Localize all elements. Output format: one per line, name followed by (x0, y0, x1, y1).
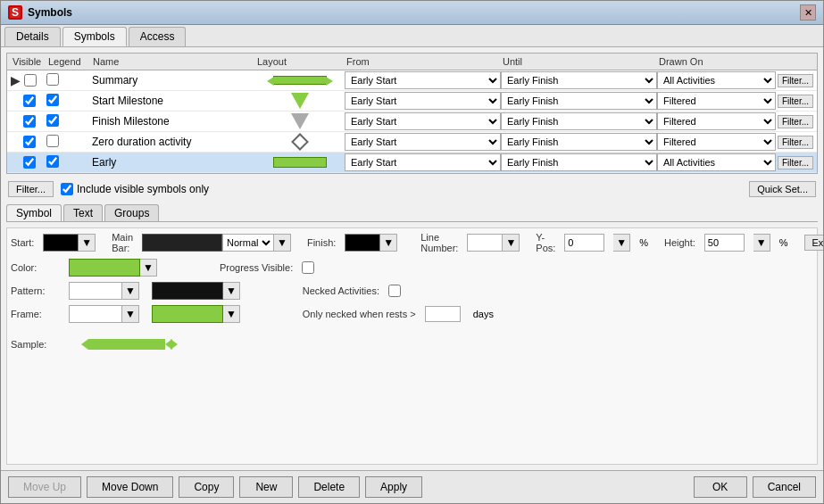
until-select-summary[interactable]: Early Finish (501, 71, 657, 89)
legend-checkbox-summary[interactable] (46, 73, 59, 86)
filter-button[interactable]: Filter... (8, 181, 54, 197)
drawn-on-select-early[interactable]: All Activities (657, 153, 776, 171)
pattern-arrow1[interactable]: ▼ (122, 282, 139, 300)
legend-checkbox-zerodur[interactable] (46, 135, 59, 147)
filter-btn-finishmile[interactable]: Filter... (778, 115, 813, 128)
days-input[interactable] (425, 306, 461, 322)
legend-checkbox-early[interactable] (46, 155, 59, 168)
drawn-on-select-zerodur[interactable]: Filtered (657, 133, 776, 151)
include-visible-checkbox[interactable] (61, 183, 73, 195)
sub-tab-symbol[interactable]: Symbol (6, 204, 62, 221)
pattern-box1 (69, 282, 122, 300)
sub-tab-groups[interactable]: Groups (104, 204, 159, 221)
from-select-summary[interactable]: Early Start (345, 71, 501, 89)
delete-button[interactable]: Delete (298, 476, 360, 498)
main-content: Visible Legend Name Layout From Until Dr… (1, 47, 823, 470)
until-select-early[interactable]: Early Finish (501, 153, 657, 171)
legend-checkbox-startmile[interactable] (46, 94, 59, 106)
drawn-on-select-finishmile[interactable]: Filtered (657, 112, 776, 130)
header-layout: Layout (255, 55, 345, 68)
until-select-finishmile[interactable]: Early Finish (501, 112, 657, 130)
days-label: days (473, 309, 494, 319)
start-label: Start: (11, 237, 34, 248)
until-select-zerodur[interactable]: Early Finish (501, 133, 657, 151)
pattern-arrow2[interactable]: ▼ (223, 282, 240, 300)
table-row[interactable]: Early Start Early Finish All Activities … (7, 153, 817, 173)
apply-button[interactable]: Apply (365, 476, 422, 498)
table-row[interactable]: Early Start Early Finish Filtered Filter… (7, 132, 817, 153)
copy-button[interactable]: Copy (179, 476, 234, 498)
main-bar-style-select[interactable]: Normal (222, 234, 274, 252)
line-number-input[interactable] (467, 234, 503, 252)
name-input-zerodur[interactable] (91, 135, 255, 149)
bottom-right-buttons: OK Cancel (694, 476, 816, 498)
tab-details[interactable]: Details (4, 27, 61, 46)
from-select-early[interactable]: Early Start (345, 153, 501, 171)
name-input-early[interactable] (91, 155, 255, 169)
filter-btn-summary[interactable]: Filter... (778, 74, 813, 87)
legend-checkbox-finishmile[interactable] (46, 114, 59, 127)
height-input[interactable]: 50 (704, 234, 745, 252)
visible-checkbox-startmile[interactable] (23, 95, 36, 107)
symbol-edit-area: Start: ▼ Main Bar: Normal ▼ Finish: ▼ Li… (6, 227, 818, 465)
filter-btn-startmile[interactable]: Filter... (778, 95, 813, 108)
color-dropdown-arrow[interactable]: ▼ (140, 259, 157, 277)
drawn-on-select-summary[interactable]: All Activities (657, 71, 776, 89)
frame-arrow1[interactable]: ▼ (122, 305, 139, 323)
visible-checkbox-finishmile[interactable] (23, 115, 36, 128)
visible-checkbox-summary[interactable] (24, 74, 37, 87)
sample-label: Sample: (11, 339, 60, 350)
table-row[interactable]: Early Start Early Finish Filtered Filter… (7, 91, 817, 112)
header-drawn-on: Drawn On (657, 55, 813, 68)
include-visible-label[interactable]: Include visible symbols only (61, 183, 209, 195)
start-dropdown-arrow[interactable]: ▼ (79, 234, 96, 252)
visible-checkbox-early[interactable] (23, 156, 36, 169)
header-from: From (345, 55, 501, 68)
sub-tab-text[interactable]: Text (63, 204, 103, 221)
necked-activities-label: Necked Activities: (303, 285, 379, 296)
line-number-combo: ▼ (467, 234, 520, 252)
finish-dropdown-arrow[interactable]: ▼ (380, 234, 397, 252)
table-row[interactable]: Early Start Early Finish Filtered Filter… (7, 112, 817, 132)
main-bar-dropdown-arrow[interactable]: ▼ (274, 234, 291, 252)
frame-box1 (69, 305, 122, 323)
tab-symbols[interactable]: Symbols (62, 27, 127, 46)
window-icon: S (8, 5, 22, 20)
name-input-finishmile[interactable] (91, 114, 255, 128)
name-input-summary[interactable] (91, 73, 255, 87)
main-bar-combo: Normal ▼ (142, 234, 291, 252)
exceptions-button[interactable]: Exceptions... (804, 235, 823, 251)
from-select-startmile[interactable]: Early Start (345, 92, 501, 110)
table-row[interactable]: ▶ Early Start Early Finish (7, 70, 817, 91)
finish-color-box (345, 234, 380, 252)
drawn-on-select-startmile[interactable]: Filtered (657, 92, 776, 110)
filter-btn-zerodur[interactable]: Filter... (778, 136, 813, 149)
from-select-zerodur[interactable]: Early Start (345, 133, 501, 151)
bottom-bar: Move Up Move Down Copy New Delete Apply … (1, 470, 823, 503)
y-pos-arrow[interactable]: ▼ (613, 234, 630, 252)
progress-visible-checkbox[interactable] (302, 261, 314, 274)
move-down-button[interactable]: Move Down (87, 476, 173, 498)
y-pos-percent: % (639, 237, 648, 248)
cancel-button[interactable]: Cancel (753, 476, 816, 498)
ok-button[interactable]: OK (694, 476, 747, 498)
quick-set-button[interactable]: Quick Set... (749, 181, 816, 197)
y-pos-input[interactable]: 0 (564, 234, 604, 252)
layout-cell-zerodur (255, 136, 345, 148)
sample-visual (69, 332, 185, 357)
until-select-startmile[interactable]: Early Finish (501, 92, 657, 110)
move-up-button[interactable]: Move Up (8, 476, 81, 498)
filter-btn-early[interactable]: Filter... (778, 156, 813, 169)
line-number-arrow[interactable]: ▼ (503, 234, 520, 252)
frame-arrow2[interactable]: ▼ (223, 305, 240, 323)
edit-row-frame: Frame: ▼ ▼ Only necked when rests > days (11, 305, 813, 323)
necked-activities-checkbox[interactable] (388, 285, 401, 297)
new-button[interactable]: New (239, 476, 293, 498)
close-button[interactable]: ✕ (800, 4, 816, 21)
visible-checkbox-zerodur[interactable] (23, 136, 36, 148)
name-input-startmile[interactable] (91, 94, 255, 108)
height-arrow[interactable]: ▼ (753, 234, 770, 252)
from-select-finishmile[interactable]: Early Start (345, 112, 501, 130)
height-percent: % (779, 237, 788, 248)
tab-access[interactable]: Access (129, 27, 187, 46)
